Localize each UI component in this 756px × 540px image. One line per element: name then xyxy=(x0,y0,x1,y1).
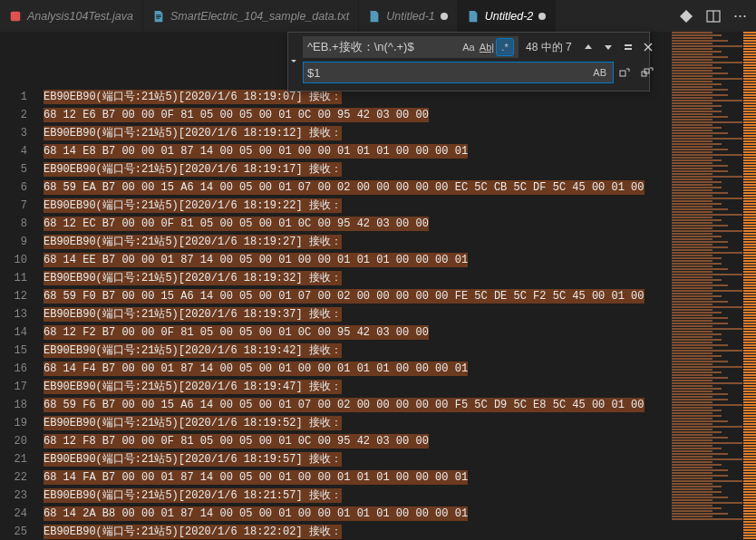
code-line: 68 59 EA B7 00 00 15 A6 14 00 05 00 01 0… xyxy=(44,178,670,197)
java-file-icon xyxy=(9,10,22,23)
code-line: 68 14 E8 B7 00 00 01 87 14 00 05 00 01 0… xyxy=(44,142,670,160)
code-content[interactable]: EB90EB90(端口号:21站5)[2020/1/6 18:19:07] 接收… xyxy=(44,88,670,540)
regex-toggle[interactable]: .* xyxy=(496,38,514,56)
line-number: 20 xyxy=(0,432,27,450)
svg-rect-4 xyxy=(625,48,632,50)
find-in-selection-icon[interactable] xyxy=(619,38,637,56)
match-count: 48 中的 7 xyxy=(520,40,577,55)
next-match-icon[interactable] xyxy=(599,38,617,56)
line-number: 17 xyxy=(0,378,27,396)
line-number: 14 xyxy=(0,323,27,342)
line-number-gutter: 1234567891011121314151617181920212223242… xyxy=(0,88,44,540)
text-file-icon xyxy=(152,10,165,23)
preserve-case-toggle[interactable]: AB xyxy=(591,63,609,82)
minimap[interactable] xyxy=(670,32,756,540)
line-number: 13 xyxy=(0,305,27,323)
svg-rect-0 xyxy=(11,11,21,21)
whole-word-toggle[interactable]: Ab| xyxy=(478,38,496,56)
code-line: 68 12 E6 B7 00 00 0F 81 05 00 05 00 01 0… xyxy=(44,106,670,124)
replace-all-icon[interactable] xyxy=(637,63,657,82)
code-line: 68 12 F8 B7 00 00 0F 81 05 00 05 00 01 0… xyxy=(44,432,670,450)
replace-input[interactable] xyxy=(307,66,591,80)
more-actions-icon[interactable]: ··· xyxy=(733,6,747,25)
code-line: EB90EB90(端口号:21站5)[2020/1/6 18:19:22] 接收… xyxy=(44,197,670,215)
modified-dot-icon xyxy=(441,13,448,20)
code-line: 68 14 F4 B7 00 00 01 87 14 00 05 00 01 0… xyxy=(44,360,670,378)
tab-label: SmartElectric_104_sample_data.txt xyxy=(170,10,349,23)
line-number: 16 xyxy=(0,360,27,378)
line-number: 23 xyxy=(0,487,27,505)
editor-area[interactable]: 1234567891011121314151617181920212223242… xyxy=(0,32,670,540)
code-line: 68 14 FA B7 00 00 01 87 14 00 05 00 01 0… xyxy=(44,468,670,487)
close-find-icon[interactable] xyxy=(639,38,657,56)
text-file-icon xyxy=(368,10,381,23)
line-number: 6 xyxy=(0,178,27,197)
line-number: 1 xyxy=(0,88,27,106)
code-line: EB90EB90(端口号:21站5)[2020/1/6 18:19:52] 接收… xyxy=(44,414,670,432)
tab-analysis104test[interactable]: Analysis104Test.java xyxy=(0,0,143,32)
tab-bar: Analysis104Test.java SmartElectric_104_s… xyxy=(0,0,756,32)
line-number: 11 xyxy=(0,269,27,287)
code-line: 68 14 2A B8 00 00 01 87 14 00 05 00 01 0… xyxy=(44,505,670,523)
replace-one-icon[interactable] xyxy=(615,63,635,82)
line-number: 22 xyxy=(0,468,27,487)
code-line: EB90EB90(端口号:21站5)[2020/1/6 18:19:47] 接收… xyxy=(44,378,670,396)
tabbar-actions: ··· xyxy=(670,0,756,32)
line-number: 10 xyxy=(0,251,27,269)
line-number: 2 xyxy=(0,106,27,124)
svg-rect-3 xyxy=(625,44,632,46)
line-number: 19 xyxy=(0,414,27,432)
replace-input-wrap: AB xyxy=(303,62,614,83)
diff-icon[interactable] xyxy=(679,9,693,24)
line-number: 3 xyxy=(0,124,27,142)
tab-untitled-1[interactable]: Untitled-1 xyxy=(359,0,458,32)
find-input[interactable] xyxy=(307,41,460,54)
tab-smartelectric[interactable]: SmartElectric_104_sample_data.txt xyxy=(143,0,359,32)
line-number: 8 xyxy=(0,215,27,233)
line-number: 7 xyxy=(0,197,27,215)
match-case-toggle[interactable]: Aa xyxy=(460,38,478,56)
toggle-replace-icon[interactable] xyxy=(288,33,299,91)
code-line: 68 12 EC B7 00 00 0F 81 05 00 05 00 01 0… xyxy=(44,215,670,233)
tab-untitled-2[interactable]: Untitled-2 xyxy=(458,0,557,32)
find-input-wrap: Aa Ab| .* xyxy=(303,36,519,58)
modified-dot-icon xyxy=(538,13,546,20)
code-line: EB90EB90(端口号:21站5)[2020/1/6 18:19:17] 接收… xyxy=(44,160,670,178)
line-number: 18 xyxy=(0,396,27,414)
text-file-icon xyxy=(467,10,480,23)
line-number: 24 xyxy=(0,505,27,523)
tab-label: Analysis104Test.java xyxy=(27,10,133,23)
prev-match-icon[interactable] xyxy=(579,38,597,56)
line-number: 25 xyxy=(0,523,27,540)
line-number: 12 xyxy=(0,287,27,305)
code-line: 68 12 F2 B7 00 00 0F 81 05 00 05 00 01 0… xyxy=(44,323,670,342)
tab-label: Untitled-1 xyxy=(386,10,435,23)
line-number: 4 xyxy=(0,142,27,160)
line-number: 5 xyxy=(0,160,27,178)
code-line: EB90EB90(端口号:21站5)[2020/1/6 18:21:57] 接收… xyxy=(44,487,670,505)
line-number: 21 xyxy=(0,450,27,468)
code-line: EB90EB90(端口号:21站5)[2020/1/6 18:19:42] 接收… xyxy=(44,342,670,360)
code-line: EB90EB90(端口号:21站5)[2020/1/6 18:22:02] 接收… xyxy=(44,523,670,540)
code-line: EB90EB90(端口号:21站5)[2020/1/6 18:19:37] 接收… xyxy=(44,305,670,323)
tab-label: Untitled-2 xyxy=(485,10,534,23)
line-number: 15 xyxy=(0,342,27,360)
code-line: 68 59 F0 B7 00 00 15 A6 14 00 05 00 01 0… xyxy=(44,287,670,305)
code-line: EB90EB90(端口号:21站5)[2020/1/6 18:19:57] 接收… xyxy=(44,450,670,468)
code-line: EB90EB90(端口号:21站5)[2020/1/6 18:19:12] 接收… xyxy=(44,124,670,142)
line-number: 9 xyxy=(0,233,27,251)
split-editor-icon[interactable] xyxy=(706,9,721,24)
find-replace-widget: Aa Ab| .* 48 中的 7 AB xyxy=(287,32,650,92)
code-line: 68 59 F6 B7 00 00 15 A6 14 00 05 00 01 0… xyxy=(44,396,670,414)
code-line: 68 14 EE B7 00 00 01 87 14 00 05 00 01 0… xyxy=(44,251,670,269)
svg-rect-5 xyxy=(620,71,625,76)
code-line: EB90EB90(端口号:21站5)[2020/1/6 18:19:27] 接收… xyxy=(44,233,670,251)
code-line: EB90EB90(端口号:21站5)[2020/1/6 18:19:32] 接收… xyxy=(44,269,670,287)
